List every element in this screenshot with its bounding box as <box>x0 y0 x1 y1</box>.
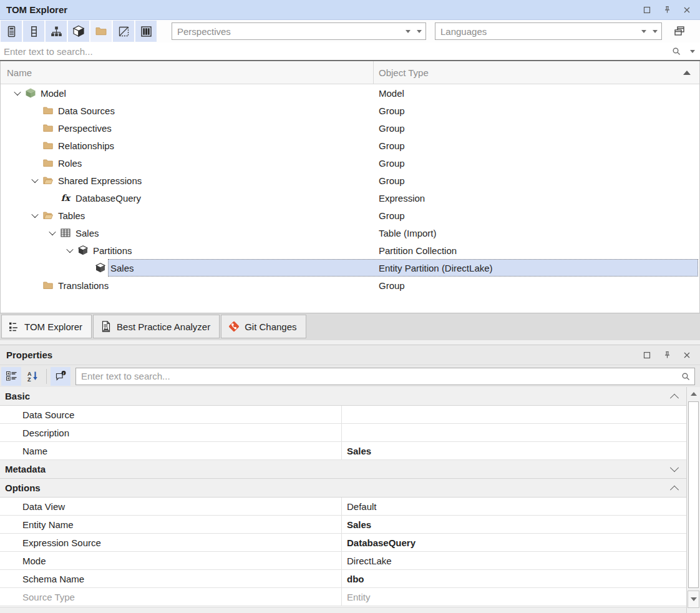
scrollbar-thumb[interactable] <box>688 401 699 588</box>
property-value[interactable]: dbo <box>342 574 686 584</box>
maximize-icon[interactable] <box>640 348 654 362</box>
languages-combobox[interactable]: Languages <box>435 22 662 40</box>
svg-text:Z: Z <box>27 376 31 383</box>
column-header-name[interactable]: Name <box>1 61 374 84</box>
object-type-label: Group <box>379 280 405 291</box>
section-header-basic[interactable]: Basic <box>0 387 686 406</box>
categorized-view-button[interactable] <box>1 367 21 386</box>
tree-row[interactable]: SalesTable (Import) <box>1 224 699 242</box>
object-type-label: Model <box>379 88 404 99</box>
scroll-down-icon[interactable] <box>688 591 699 608</box>
properties-toolbar: A Z i <box>0 365 700 387</box>
search-icon[interactable] <box>681 371 694 381</box>
perspectives-combobox[interactable]: Perspectives <box>172 22 426 40</box>
hidden-objects-toggle-button[interactable] <box>113 21 134 42</box>
column-header-object-type[interactable]: Object Type <box>374 67 699 78</box>
tree-item-label: Model <box>41 88 66 99</box>
object-type-label: Table (Import) <box>379 228 437 238</box>
tab-git-changes[interactable]: Git Changes <box>221 315 306 338</box>
scroll-up-icon[interactable] <box>688 388 699 400</box>
measures-toggle-button[interactable] <box>1 21 22 42</box>
property-row[interactable]: Source TypeEntity <box>0 588 686 606</box>
columns-toggle-button[interactable] <box>23 21 44 42</box>
tree-row[interactable]: PerspectivesGroup <box>1 119 699 137</box>
chevron-down-icon[interactable] <box>417 30 422 33</box>
property-value[interactable]: Entity <box>342 592 686 602</box>
chevron-down-icon[interactable] <box>11 91 24 96</box>
property-row[interactable]: ModeDirectLake <box>0 552 686 570</box>
close-icon[interactable] <box>680 3 694 17</box>
property-label: Source Type <box>0 588 342 606</box>
tree-row[interactable]: TranslationsGroup <box>1 277 699 294</box>
chevron-down-icon <box>641 30 646 33</box>
property-label: Mode <box>0 552 342 569</box>
chevron-down-icon[interactable] <box>28 178 42 183</box>
chevron-down-icon[interactable] <box>63 248 77 253</box>
tree-cell-name: Sales <box>1 224 374 242</box>
pin-icon[interactable] <box>660 348 674 362</box>
property-value[interactable]: Sales <box>342 446 686 456</box>
tree-search-input[interactable] <box>0 46 671 57</box>
tab-tom-explorer[interactable]: TOM Explorer <box>1 315 92 338</box>
fx-icon: fx <box>59 192 72 204</box>
chevron-up-icon[interactable] <box>670 485 679 494</box>
tree-row[interactable]: TablesGroup <box>1 207 699 224</box>
tree-row[interactable]: RolesGroup <box>1 154 699 172</box>
property-value[interactable]: Default <box>342 501 686 512</box>
chevron-down-icon[interactable] <box>690 50 695 53</box>
tree-cell-object-type: Table (Import) <box>374 228 699 238</box>
property-row[interactable]: Data ViewDefault <box>0 498 686 516</box>
property-label: Description <box>0 424 342 441</box>
tree-row[interactable]: SalesEntity Partition (DirectLake) <box>1 259 699 277</box>
window-buttons <box>640 3 694 17</box>
model-tree: ModelModelData SourcesGroupPerspectivesG… <box>1 84 699 313</box>
property-value[interactable]: DirectLake <box>342 556 686 566</box>
tree-row[interactable]: ModelModel <box>1 84 699 102</box>
chevron-up-icon[interactable] <box>670 393 679 402</box>
chevron-down-icon[interactable] <box>653 30 658 33</box>
property-description-button[interactable]: i <box>51 367 70 386</box>
properties-search-input[interactable] <box>76 371 681 381</box>
chevron-down-icon[interactable] <box>46 230 59 235</box>
vertical-scrollbar[interactable] <box>686 387 700 613</box>
tree-row[interactable]: fxDatabaseQueryExpression <box>1 189 699 207</box>
property-row[interactable]: Data Source <box>0 406 686 424</box>
section-header-metadata[interactable]: Metadata <box>0 460 686 479</box>
tab-best-practice-analyzer[interactable]: Best Practice Analyzer <box>93 315 220 338</box>
sort-alphabetical-button[interactable]: A Z <box>22 367 42 386</box>
pin-icon[interactable] <box>660 3 674 17</box>
properties-panel: Properties <box>0 345 700 613</box>
dock-windows-icon[interactable] <box>671 22 688 40</box>
object-type-label: Group <box>379 123 405 134</box>
property-label: Entity Name <box>0 516 342 533</box>
property-value[interactable]: Sales <box>342 519 686 530</box>
hierarchies-toggle-button[interactable] <box>46 21 67 42</box>
properties-titlebar: Properties <box>0 345 700 365</box>
tabular-editor-window: TOM Explorer Perspectives <box>0 0 700 613</box>
object-type-label: Group <box>379 210 405 221</box>
property-value[interactable]: DatabaseQuery <box>342 537 686 548</box>
chevron-down-icon[interactable] <box>28 213 42 218</box>
toolbar-separator <box>46 369 47 384</box>
property-row[interactable]: Entity NameSales <box>0 516 686 534</box>
folder-icon <box>42 105 54 116</box>
tree-row[interactable]: RelationshipsGroup <box>1 137 699 154</box>
property-row[interactable]: Schema Namedbo <box>0 570 686 588</box>
search-icon[interactable] <box>671 46 681 56</box>
property-row[interactable]: Expression SourceDatabaseQuery <box>0 534 686 552</box>
tree-cell-object-type: Expression <box>374 193 699 204</box>
maximize-icon[interactable] <box>640 3 654 17</box>
close-icon[interactable] <box>680 348 694 362</box>
section-header-options[interactable]: Options <box>0 479 686 498</box>
partitions-toggle-button[interactable] <box>68 21 89 42</box>
table-columns-toggle-button[interactable] <box>135 21 157 42</box>
property-row[interactable]: NameSales <box>0 442 686 460</box>
display-folders-toggle-button[interactable] <box>90 21 112 42</box>
property-row[interactable]: Description <box>0 424 686 442</box>
section-label: Metadata <box>5 464 46 474</box>
tree-grid-header: Name Object Type <box>1 61 699 84</box>
chevron-down-icon[interactable] <box>670 463 679 472</box>
tree-row[interactable]: Data SourcesGroup <box>1 102 699 119</box>
tree-row[interactable]: Shared ExpressionsGroup <box>1 172 699 189</box>
tree-row[interactable]: PartitionsPartition Collection <box>1 242 699 259</box>
